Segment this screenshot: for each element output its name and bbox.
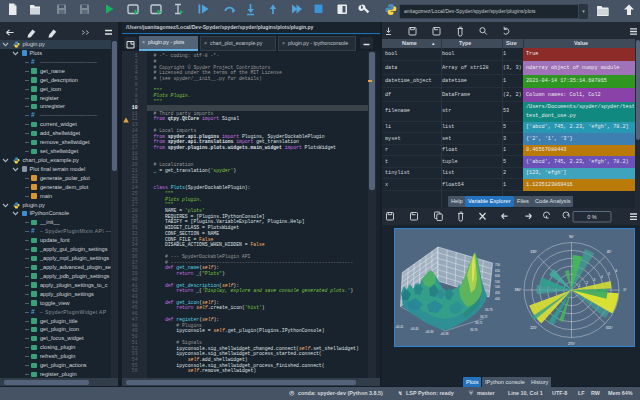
svg-text:550: 550 [495, 279, 500, 283]
svg-text:315°: 315° [606, 325, 614, 329]
svg-text:4: 4 [601, 275, 603, 279]
svg-text:135°: 135° [530, 250, 538, 254]
svg-text:650: 650 [495, 268, 500, 272]
svg-text:270°: 270° [568, 341, 576, 345]
svg-text:180°: 180° [514, 288, 522, 292]
svg-text:0 %: 0 % [587, 214, 597, 220]
svg-text:-44.41: -44.41 [395, 324, 404, 328]
svg-text:-44.40: -44.40 [410, 327, 419, 331]
svg-text:3: 3 [594, 278, 596, 282]
svg-text:-44.38: -44.38 [440, 332, 449, 336]
svg-text:225°: 225° [530, 325, 538, 329]
svg-text:36.70: 36.70 [470, 327, 478, 331]
svg-text:500: 500 [495, 285, 500, 289]
svg-text:5: 5 [608, 272, 610, 276]
svg-text:36.73: 36.73 [485, 308, 493, 312]
svg-text:90°: 90° [569, 234, 575, 238]
svg-text:400: 400 [495, 296, 500, 300]
svg-text:1: 1 [579, 284, 581, 288]
svg-text:750: 750 [495, 263, 500, 267]
svg-text:36.72: 36.72 [480, 314, 488, 318]
svg-text:6: 6 [616, 269, 618, 273]
svg-text:-44.39: -44.39 [425, 329, 434, 333]
svg-text:600: 600 [495, 274, 500, 278]
svg-text:45°: 45° [607, 250, 613, 254]
svg-text:2: 2 [586, 281, 588, 285]
svg-text:36.71: 36.71 [475, 321, 483, 325]
svg-text:0°: 0° [623, 288, 627, 292]
svg-text:450: 450 [495, 291, 500, 295]
